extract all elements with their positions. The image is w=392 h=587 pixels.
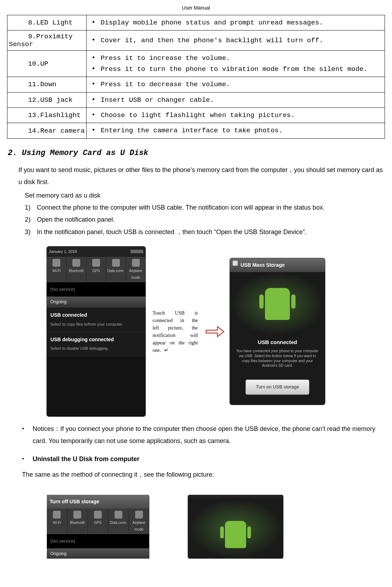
phone-screenshot-left: January 1, 2010 Wi-FiBluetoothGPSData co… <box>47 247 145 416</box>
phone-screenshot-right: USB Mass Storage USB connected You have … <box>230 258 325 404</box>
step-item: 1)Connect the phone to the computer with… <box>25 201 385 214</box>
wi-fi-icon <box>53 511 61 519</box>
toggle-gps[interactable]: GPS <box>88 509 109 534</box>
toggle-airplane-mode[interactable]: Airplane mode <box>126 257 145 282</box>
phone-empty-area <box>47 356 145 416</box>
intro-text: If you want to send music, pictures or o… <box>18 164 385 188</box>
android-graphic <box>188 498 283 559</box>
bullet-icon: ● <box>22 453 33 465</box>
section-title: 2. Using Memory Card as U Disk <box>8 149 385 157</box>
feature-description: Entering the camera interface to take ph… <box>86 123 385 138</box>
airplane-mode-icon <box>135 511 143 519</box>
gps-icon <box>92 259 100 267</box>
notice-text: Notices：If you connect your phone to the… <box>33 423 385 447</box>
feature-bullet: Insert USB or changer cable. <box>94 95 383 105</box>
toggle-label: GPS <box>87 267 106 274</box>
toggle-wi-fi[interactable]: Wi-Fi <box>47 257 67 282</box>
feature-description: Choose to light flashlight when taking p… <box>86 107 385 123</box>
features-table: 8.LED LightDisplay mobile phone status a… <box>7 15 385 139</box>
toggle-label: Data conn. <box>106 267 126 274</box>
toggle-label: Airplane mode <box>129 519 149 533</box>
toggle-bluetooth[interactable]: Bluetooth <box>67 257 87 282</box>
arrow-icon <box>205 325 225 338</box>
ongoing-header: Ongoing <box>47 297 145 308</box>
date-text: January 1, 2010 <box>49 248 77 255</box>
bullet-icon: ● <box>22 423 33 447</box>
bluetooth-icon <box>73 511 81 519</box>
toggle-airplane-mode[interactable]: Airplane mode <box>129 509 149 534</box>
uninstall-heading: Uninstall the U Disk from computer <box>33 453 385 465</box>
feature-description: Insert USB or changer cable. <box>86 92 385 107</box>
toggle-label: Bluetooth <box>67 267 86 274</box>
usb-mass-storage-title: USB Mass Storage <box>230 258 325 272</box>
feature-description: Display mobile phone status and prompt u… <box>86 15 385 31</box>
figure-row-1: January 1, 2010 Wi-FiBluetoothGPSData co… <box>47 247 385 416</box>
turn-on-usb-storage-button[interactable]: Turn on USB storage <box>245 380 309 395</box>
feature-label: 12.USB jack <box>7 92 87 107</box>
airplane-mode-icon <box>132 259 140 267</box>
toggle-label: Wi-Fi <box>47 519 67 526</box>
ongoing-header: Ongoing <box>47 548 149 559</box>
quick-toggles: Wi-FiBluetoothGPSData conn.Airplane mode <box>47 509 149 534</box>
notice-list: ● Notices：If you connect your phone to t… <box>18 423 385 465</box>
feature-bullet: Display mobile phone status and prompt u… <box>94 17 383 28</box>
toggle-label: Data conn. <box>108 519 128 526</box>
feature-label: 8.LED Light <box>7 15 87 31</box>
gps-icon <box>94 511 102 519</box>
quick-toggles: Wi-FiBluetoothGPSData conn.Airplane mode <box>47 257 145 282</box>
no-service-text: (No service) <box>47 534 149 549</box>
notification-subtitle: Select to copy files to/from your comput… <box>50 321 142 328</box>
toggle-data-conn-[interactable]: Data conn. <box>106 257 126 282</box>
toggle-bluetooth[interactable]: Bluetooth <box>67 509 88 534</box>
feature-label: 11.Down <box>7 77 87 92</box>
steps-list: 1)Connect the phone to the computer with… <box>18 201 385 238</box>
feature-label: 14.Rear camera <box>7 123 87 138</box>
signal-icon <box>131 250 143 253</box>
status-bar: January 1, 2010 <box>47 247 145 257</box>
feature-label: 9.ProximitySensor <box>7 31 87 51</box>
android-graphic <box>230 272 325 336</box>
bluetooth-icon <box>72 259 80 267</box>
data-conn--icon <box>115 511 122 519</box>
section-body: If you want to send music, pictures or o… <box>7 164 385 559</box>
step-item: 2)Open the notification panel. <box>25 214 385 226</box>
uninstall-text: The same as the method of connecting it，… <box>18 469 385 481</box>
data-conn--icon <box>112 259 120 267</box>
feature-bullet: Entering the camera interface to take ph… <box>94 125 383 136</box>
notification-title: USB debugging connected <box>50 335 142 344</box>
usb-message-title: USB connected <box>235 337 320 348</box>
wi-fi-icon <box>53 259 60 267</box>
feature-bullet: Press it to turn the phone to vibration … <box>94 64 383 74</box>
toggle-data-conn-[interactable]: Data conn. <box>108 509 129 534</box>
toggle-wi-fi[interactable]: Wi-Fi <box>47 509 67 534</box>
toggle-label: Bluetooth <box>67 519 88 526</box>
phone-screenshot-left-2: Turn off USB storage Wi-FiBluetoothGPSDa… <box>47 495 149 559</box>
feature-description: Press it to increase the volume.Press it… <box>86 51 385 77</box>
notification-title: USB connected <box>50 310 142 320</box>
toggle-label: Wi-Fi <box>47 267 66 274</box>
usb-message-subtitle: You have connected your phone to your co… <box>235 349 320 368</box>
figure-caption: Touch USB is connected in the left pictu… <box>150 307 200 356</box>
feature-description: Cover it, and then the phone's backlight… <box>86 31 385 51</box>
turn-off-usb-title: Turn off USB storage <box>47 495 149 509</box>
feature-bullet: Cover it, and then the phone's backlight… <box>94 35 383 46</box>
no-service-text: (No service) <box>47 282 145 297</box>
toggle-label: Airplane mode <box>126 267 145 281</box>
notification-usb-connected[interactable]: USB connected Select to copy files to/fr… <box>47 308 145 332</box>
feature-bullet: Press it to increase the volume. <box>94 53 383 63</box>
feature-bullet: Choose to light flashlight when taking p… <box>94 110 383 121</box>
page-header: User Manual <box>7 4 385 15</box>
notification-subtitle: Select to disable USB debugging. <box>50 345 142 352</box>
usb-message: USB connected You have connected your ph… <box>230 336 325 373</box>
figure-row-2: Turn off USB storage Wi-FiBluetoothGPSDa… <box>47 495 385 559</box>
phone-screenshot-right-2 <box>188 495 283 559</box>
toggle-label: GPS <box>88 519 108 526</box>
notification-usb-debugging[interactable]: USB debugging connected Select to disabl… <box>47 332 145 356</box>
feature-label: 10.UP <box>7 51 87 77</box>
toggle-gps[interactable]: GPS <box>87 257 106 282</box>
sub-heading: Set memory card as u disk <box>18 189 385 201</box>
feature-description: Press it to decrease the volume. <box>86 77 385 92</box>
feature-bullet: Press it to decrease the volume. <box>94 79 383 90</box>
feature-label: 13.Flashlight <box>7 107 87 123</box>
step-item: 3)In the notification panel, touch USB i… <box>25 226 385 238</box>
